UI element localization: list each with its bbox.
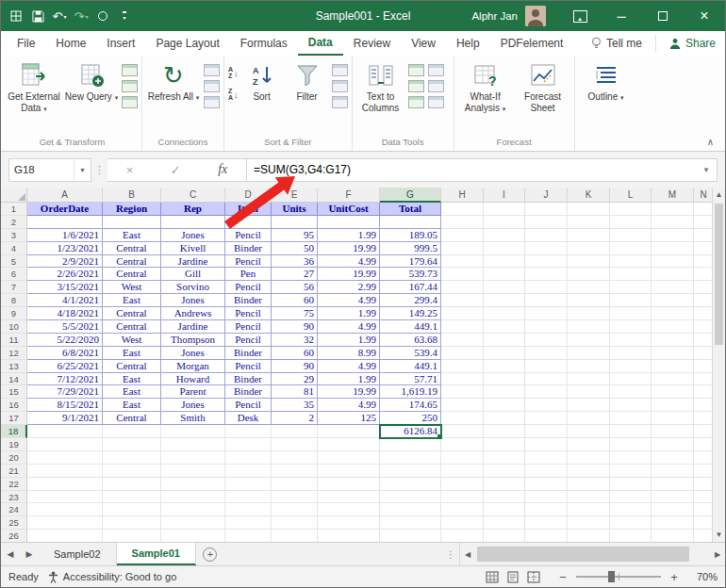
cell-L23[interactable] [610, 491, 652, 504]
minimize-button[interactable]: ─ [601, 1, 642, 31]
cell-H6[interactable] [441, 268, 484, 281]
cell-B21[interactable] [103, 465, 161, 478]
cell-C19[interactable] [161, 438, 225, 451]
cell-C9[interactable]: Andrews [161, 307, 225, 320]
cell-K16[interactable] [568, 399, 610, 412]
cell-D5[interactable]: Pencil [225, 255, 272, 269]
cell-E5[interactable]: 36 [272, 255, 318, 269]
cell-I23[interactable] [484, 491, 525, 504]
tab-review[interactable]: Review [343, 31, 401, 56]
cell-D8[interactable]: Binder [225, 294, 272, 307]
cell-K10[interactable] [568, 320, 610, 334]
cell-I13[interactable] [484, 360, 525, 373]
cell-G6[interactable]: 539.73 [380, 268, 441, 281]
cell-M19[interactable] [652, 438, 694, 451]
cell-M17[interactable] [652, 412, 694, 425]
sheet-tab-sample02[interactable]: Sample02 [39, 543, 117, 565]
cell-K18[interactable] [568, 425, 610, 438]
cell-N3[interactable] [694, 229, 712, 242]
cell-D4[interactable]: Binder [225, 242, 272, 255]
cell-B13[interactable]: Central [103, 360, 161, 373]
page-layout-view-button[interactable] [506, 571, 520, 583]
cell-E6[interactable]: 27 [272, 268, 318, 281]
zoom-out-button[interactable]: − [557, 570, 569, 584]
cell-E4[interactable]: 50 [272, 242, 318, 255]
cell-I12[interactable] [484, 347, 525, 360]
cell-E22[interactable] [272, 478, 318, 491]
row-header-4[interactable]: 4 [1, 242, 27, 255]
cell-I3[interactable] [484, 229, 525, 242]
cell-M6[interactable] [652, 268, 694, 281]
cell-I21[interactable] [484, 465, 525, 478]
cell-M5[interactable] [652, 255, 694, 269]
properties-icon[interactable] [204, 80, 220, 92]
customize-qat-button[interactable]: ▾ [115, 6, 134, 26]
previous-sheet-button[interactable]: ◀ [1, 543, 20, 565]
cell-L26[interactable] [610, 530, 652, 542]
cell-E16[interactable]: 35 [272, 399, 318, 412]
cell-N14[interactable] [694, 373, 712, 386]
cell-K19[interactable] [568, 438, 610, 451]
cell-F1[interactable]: UnitCost [318, 203, 380, 216]
cell-M11[interactable] [652, 334, 694, 347]
cell-D23[interactable] [225, 491, 272, 504]
row-header-20[interactable]: 20 [1, 451, 27, 465]
cell-B9[interactable]: Central [103, 307, 161, 320]
cell-H9[interactable] [441, 307, 484, 320]
cell-M20[interactable] [652, 451, 694, 465]
column-header-B[interactable]: B [103, 188, 161, 203]
cell-L24[interactable] [610, 503, 652, 516]
sheet-tab-sample01[interactable]: Sample01 [117, 543, 196, 565]
cell-F26[interactable] [318, 530, 380, 542]
cell-J1[interactable] [525, 203, 568, 216]
cell-C17[interactable]: Smith [161, 412, 225, 425]
cell-H8[interactable] [441, 294, 484, 307]
cell-H18[interactable] [441, 425, 484, 438]
cell-J15[interactable] [525, 385, 568, 399]
cell-F16[interactable]: 4.99 [318, 399, 380, 412]
cell-A14[interactable]: 7/12/2021 [27, 373, 103, 386]
column-header-A[interactable]: A [27, 188, 103, 203]
cell-L18[interactable] [610, 425, 652, 438]
cell-A1[interactable]: OrderDate [27, 203, 103, 216]
cell-J19[interactable] [525, 438, 568, 451]
filter-button[interactable]: Filter [286, 58, 329, 103]
cell-E21[interactable] [272, 465, 318, 478]
cell-B12[interactable]: East [103, 347, 161, 360]
cell-C16[interactable]: Jones [161, 399, 225, 412]
cell-H20[interactable] [441, 451, 484, 465]
row-header-10[interactable]: 10 [1, 320, 27, 334]
row-header-19[interactable]: 19 [1, 438, 27, 451]
cell-D22[interactable] [225, 478, 272, 491]
data-validation-icon[interactable] [408, 80, 424, 92]
cell-A16[interactable]: 8/15/2021 [27, 399, 103, 412]
cell-G4[interactable]: 999.5 [380, 242, 441, 255]
undo-button[interactable]: ↶▾ [50, 6, 69, 26]
cell-H19[interactable] [441, 438, 484, 451]
column-header-C[interactable]: C [161, 188, 225, 203]
cell-D7[interactable]: Pencil [225, 281, 272, 294]
vertical-scrollbar[interactable]: ▲ ▼ [712, 188, 725, 542]
connections-icon[interactable] [204, 64, 220, 76]
cell-D6[interactable]: Pen [225, 268, 272, 281]
cell-H26[interactable] [441, 530, 484, 542]
cell-G14[interactable]: 57.71 [380, 373, 441, 386]
cell-E14[interactable]: 29 [272, 373, 318, 386]
cell-C23[interactable] [161, 491, 225, 504]
cell-K9[interactable] [568, 307, 610, 320]
row-header-2[interactable]: 2 [1, 216, 27, 229]
cell-B6[interactable]: Central [103, 268, 161, 281]
new-query-button[interactable]: New Query ▾ [64, 58, 119, 104]
tab-help[interactable]: Help [446, 31, 490, 56]
cell-G26[interactable] [380, 530, 441, 542]
cell-G8[interactable]: 299.4 [380, 294, 441, 307]
row-header-3[interactable]: 3 [1, 229, 27, 242]
cell-E24[interactable] [272, 503, 318, 516]
cell-I20[interactable] [484, 451, 525, 465]
cell-N6[interactable] [694, 268, 712, 281]
cell-G2[interactable] [380, 216, 441, 229]
cell-G9[interactable]: 149.25 [380, 307, 441, 320]
name-box[interactable]: G18 ▼ [8, 158, 91, 182]
cell-F25[interactable] [318, 516, 380, 530]
cell-M13[interactable] [652, 360, 694, 373]
